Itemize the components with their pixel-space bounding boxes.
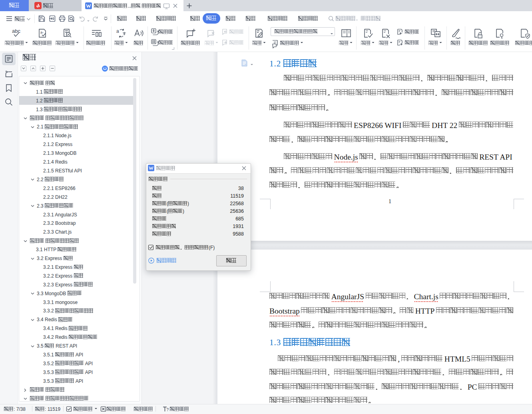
svg-text:a: a <box>116 28 119 34</box>
svg-text:a-: a- <box>40 30 44 34</box>
svg-text:abc: abc <box>12 28 20 34</box>
svg-text:?: ? <box>167 408 169 412</box>
